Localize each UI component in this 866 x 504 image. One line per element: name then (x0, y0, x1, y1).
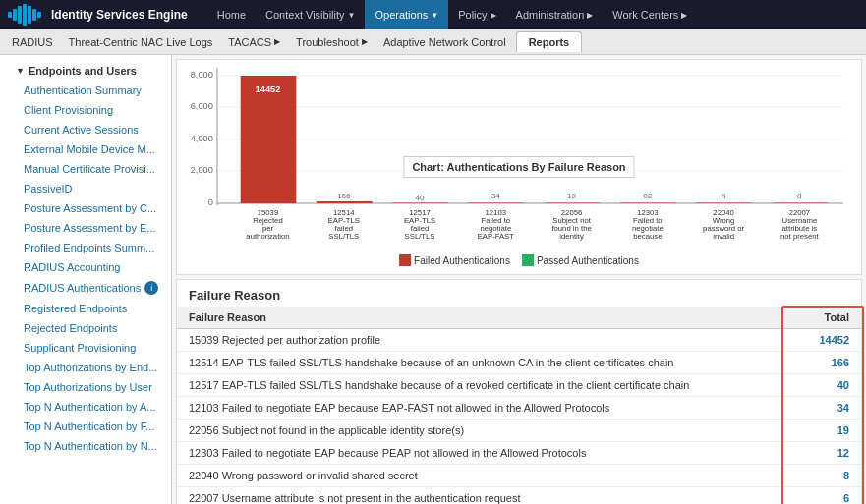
table-row: 15039 Rejected per authorization profile… (177, 329, 861, 352)
cell-reason: 22056 Subject not found in the applicabl… (177, 420, 782, 442)
sidebar-item-top-n-auth-a[interactable]: Top N Authentication by A... (0, 397, 171, 417)
top-navigation: Identity Services Engine Home Context Vi… (0, 0, 866, 29)
sidebar-item-registered-endpoints[interactable]: Registered Endpoints (0, 299, 171, 318)
nav-context-visibility-arrow: ▼ (348, 11, 356, 20)
table-row: 12514 EAP-TLS failed SSL/TLS handshake b… (177, 352, 861, 374)
svg-text:2,000: 2,000 (191, 165, 213, 175)
cell-total: 12 (782, 442, 861, 465)
sidebar-item-external-mobile[interactable]: External Mobile Device M... (0, 140, 171, 159)
svg-text:invalid: invalid (713, 232, 734, 241)
subnav-radius[interactable]: RADIUS (4, 29, 61, 54)
cell-reason: 22007 Username attribute is not present … (177, 487, 782, 505)
cell-total: 8 (782, 465, 861, 487)
svg-rect-6 (37, 12, 41, 18)
sidebar-item-top-auth-end[interactable]: Top Authorizations by End... (0, 358, 171, 377)
subnav-tacacs[interactable]: TACACS ▶ (220, 29, 288, 54)
nav-policy[interactable]: Policy ▶ (448, 0, 505, 29)
cell-reason: 12303 Failed to negotiate EAP because PE… (177, 442, 782, 465)
svg-text:34: 34 (491, 192, 501, 200)
svg-text:SSL/TLS: SSL/TLS (405, 232, 435, 241)
cell-total: 19 (782, 420, 861, 442)
sidebar-item-top-n-auth-n[interactable]: Top N Authentication by N... (0, 436, 171, 456)
nav-policy-arrow: ▶ (491, 11, 496, 20)
sidebar-item-client-provisioning[interactable]: Client Provisioning (0, 100, 171, 120)
bar-12514 (317, 201, 373, 203)
svg-text:8,000: 8,000 (191, 70, 213, 80)
svg-rect-5 (32, 9, 36, 21)
subnav-troubleshoot[interactable]: Troubleshoot ▶ (288, 29, 375, 54)
nav-work-centers[interactable]: Work Centers ▶ (603, 0, 697, 29)
table-body: 15039 Rejected per authorization profile… (177, 329, 861, 505)
cell-reason: 12514 EAP-TLS failed SSL/TLS handshake b… (177, 352, 782, 374)
svg-rect-3 (23, 4, 27, 26)
data-table: Failure Reason Total 15039 Rejected per … (177, 307, 861, 504)
col-failure-reason: Failure Reason (177, 307, 782, 329)
svg-text:166: 166 (337, 192, 351, 200)
cell-total: 40 (782, 374, 861, 397)
nav-context-visibility[interactable]: Context Visibility ▼ (256, 0, 365, 29)
bar-22040 (696, 203, 752, 204)
sidebar-section-arrow: ▼ (16, 66, 25, 76)
bar-22007 (773, 203, 829, 204)
sidebar: ▼ Endpoints and Users Authentication Sum… (0, 55, 172, 504)
subnav-adaptive-network[interactable]: Adaptive Network Control (375, 29, 514, 54)
table-row: 22040 Wrong password or invalid shared s… (177, 465, 861, 487)
sidebar-item-supplicant-provisioning[interactable]: Supplicant Provisioning (0, 338, 171, 358)
legend-failed: Failed Authentications (399, 254, 510, 266)
svg-rect-4 (28, 6, 31, 24)
cell-reason: 22040 Wrong password or invalid shared s… (177, 465, 782, 487)
cell-reason: 15039 Rejected per authorization profile (177, 329, 782, 352)
svg-text:14452: 14452 (256, 84, 281, 94)
content-area: 8,000 6,000 4,000 2,000 0 14452 (172, 55, 866, 504)
sidebar-item-posture-e[interactable]: Posture Assessment by E... (0, 218, 171, 238)
table-header: Failure Reason Total (177, 307, 861, 329)
svg-text:02: 02 (643, 192, 653, 200)
svg-text:because: because (633, 232, 662, 241)
table-title: Failure Reason (177, 280, 861, 307)
svg-text:not present: not present (780, 232, 820, 241)
sidebar-item-radius-authentications[interactable]: RADIUS Authentications i (0, 277, 171, 299)
nav-administration[interactable]: Administration ▶ (506, 0, 604, 29)
table-row: 12303 Failed to negotiate EAP because PE… (177, 442, 861, 465)
sidebar-item-authentication-summary[interactable]: Authentication Summary (0, 81, 171, 100)
sub-navigation: RADIUS Threat-Centric NAC Live Logs TACA… (0, 29, 866, 55)
failure-reason-table: Failure Reason Failure Reason Total 1503… (176, 279, 862, 504)
subnav-threat-centric[interactable]: Threat-Centric NAC Live Logs (61, 29, 221, 54)
sidebar-item-rejected-endpoints[interactable]: Rejected Endpoints (0, 318, 171, 338)
chart-area: 8,000 6,000 4,000 2,000 0 14452 (176, 59, 862, 275)
bar-15039 (241, 76, 297, 203)
sidebar-item-posture-c[interactable]: Posture Assessment by C... (0, 198, 171, 218)
cell-total: 34 (782, 397, 861, 420)
tab-reports[interactable]: Reports (516, 31, 583, 52)
badge-new: i (144, 281, 158, 295)
sidebar-item-radius-accounting[interactable]: RADIUS Accounting (0, 257, 171, 277)
table-row: 12517 EAP-TLS failed SSL/TLS handshake b… (177, 374, 861, 397)
legend-failed-color (399, 254, 411, 266)
svg-rect-2 (18, 6, 22, 24)
sidebar-item-passiveid[interactable]: PassiveID (0, 179, 171, 198)
sidebar-item-manual-certificate[interactable]: Manual Certificate Provisi... (0, 159, 171, 179)
svg-text:4,000: 4,000 (191, 134, 213, 143)
sidebar-item-current-active-sessions[interactable]: Current Active Sessions (0, 120, 171, 140)
col-total: Total (782, 307, 861, 329)
nav-administration-arrow: ▶ (587, 11, 593, 20)
cisco-logo (8, 4, 43, 26)
main-layout: ▼ Endpoints and Users Authentication Sum… (0, 55, 866, 504)
nav-home[interactable]: Home (207, 0, 256, 29)
sidebar-section-endpoints-users[interactable]: ▼ Endpoints and Users (0, 59, 171, 81)
cell-reason: 12103 Failed to negotiate EAP because EA… (177, 397, 782, 420)
nav-work-centers-arrow: ▶ (681, 11, 687, 20)
svg-rect-1 (13, 9, 17, 21)
cell-total: 6 (782, 487, 861, 505)
sidebar-item-profiled-endpoints[interactable]: Profiled Endpoints Summ... (0, 238, 171, 257)
svg-text:8: 8 (722, 192, 726, 200)
svg-text:EAP-FAST: EAP-FAST (478, 232, 515, 241)
bar-12303 (620, 203, 676, 204)
nav-operations[interactable]: Operations ▼ (365, 0, 448, 29)
chart-legend: Failed Authentications Passed Authentica… (399, 254, 639, 266)
cell-reason: 12517 EAP-TLS failed SSL/TLS handshake b… (177, 374, 782, 397)
sidebar-item-top-n-auth-f[interactable]: Top N Authentication by F... (0, 417, 171, 436)
svg-text:SSL/TLS: SSL/TLS (328, 232, 359, 241)
subnav-tacacs-arrow: ▶ (274, 37, 280, 46)
sidebar-item-top-auth-user[interactable]: Top Authorizations by User (0, 377, 171, 397)
